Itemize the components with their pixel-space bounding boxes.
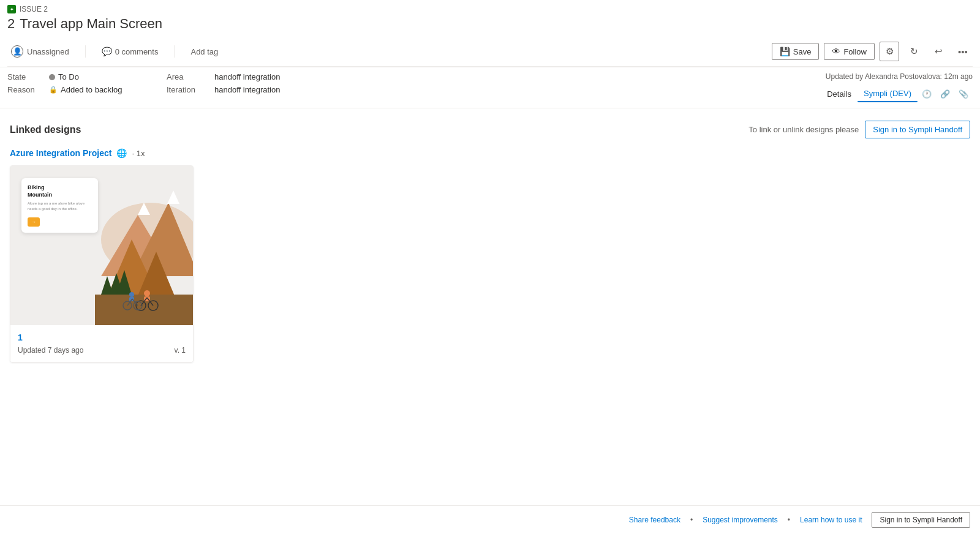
eye-icon: 👁 <box>832 47 840 56</box>
add-tag-button[interactable]: Add tag <box>187 45 222 59</box>
design-number: 1 <box>18 333 186 342</box>
sign-in-prompt: To link or unlink designs please <box>748 125 859 134</box>
issue-number: 2 <box>7 16 15 32</box>
iteration-row: Iteration handoff integration <box>167 85 350 94</box>
design-updated: Updated 7 days ago <box>18 346 83 355</box>
card-background: BikingMountain Aloye tap on a me aloye b… <box>10 166 193 325</box>
linked-designs-title: Linked designs <box>10 124 81 135</box>
tab-sympli-label: Sympli (DEV) <box>864 89 911 98</box>
iteration-value[interactable]: handoff integration <box>214 85 280 94</box>
gear-icon: ⚙ <box>886 46 894 57</box>
assignee-label: Unassigned <box>27 47 69 56</box>
divider <box>85 45 86 58</box>
design-preview: BikingMountain Aloye tap on a me aloye b… <box>10 166 193 325</box>
state-value-group[interactable]: To Do <box>49 72 79 81</box>
add-tag-label: Add tag <box>190 47 218 56</box>
svg-point-16 <box>129 292 134 297</box>
follow-label: Follow <box>843 47 867 56</box>
sign-in-area: To link or unlink designs please Sign in… <box>748 121 970 138</box>
area-label: Area <box>167 72 209 81</box>
tab-details[interactable]: Details <box>821 86 858 102</box>
area-row: Area handoff integration <box>167 72 350 81</box>
design-meta: Updated 7 days ago v. 1 <box>18 346 186 355</box>
reason-value-group[interactable]: 🔒 Added to backlog <box>49 85 122 94</box>
project-title[interactable]: Azure Integration Project <box>10 148 111 158</box>
assignee-button[interactable]: 👤 Unassigned <box>7 43 73 60</box>
reason-label: Reason <box>7 85 44 94</box>
more-icon: ••• <box>958 47 968 57</box>
lock-icon: 🔒 <box>49 86 58 94</box>
design-footer: 1 Updated 7 days ago v. 1 <box>10 325 193 362</box>
globe-icon: 🌐 <box>116 148 127 158</box>
comments-count: 0 comments <box>115 47 159 56</box>
meta-left: 👤 Unassigned 💬 0 comments Add tag <box>7 43 762 60</box>
phone-card: BikingMountain Aloye tap on a me aloye b… <box>21 178 98 233</box>
state-row: State To Do <box>7 72 167 81</box>
comment-icon: 💬 <box>102 47 112 56</box>
attachment-button[interactable]: 📎 <box>954 85 973 103</box>
iteration-label: Iteration <box>167 85 209 94</box>
refresh-icon: ↻ <box>910 46 918 57</box>
attachment-icon: 📎 <box>959 89 968 99</box>
fields-bar: State To Do Reason 🔒 Added to backlog Ar… <box>0 67 980 108</box>
area-value[interactable]: handoff integration <box>214 72 280 81</box>
design-version: v. 1 <box>175 346 186 355</box>
comments-button[interactable]: 💬 0 comments <box>98 44 162 59</box>
linked-designs-header: Linked designs To link or unlink designs… <box>10 121 970 138</box>
arrow-icon: → <box>31 219 36 225</box>
meta-bar: 👤 Unassigned 💬 0 comments Add tag 💾 Save <box>7 37 973 67</box>
reason-row: Reason 🔒 Added to backlog <box>7 85 167 94</box>
tab-sympli[interactable]: Sympli (DEV) <box>858 86 918 102</box>
save-icon: 💾 <box>780 47 790 56</box>
project-header: Azure Integration Project 🌐 · 1x <box>10 148 970 158</box>
undo-button[interactable]: ↩ <box>929 42 948 61</box>
save-button[interactable]: 💾 Save <box>772 43 820 60</box>
refresh-button[interactable]: ↻ <box>904 42 924 61</box>
history-button[interactable]: 🕐 <box>918 85 936 103</box>
tab-bar: Details Sympli (DEV) 🕐 🔗 📎 <box>821 85 973 103</box>
phone-cta-button: → <box>28 217 40 227</box>
meta-right: 💾 Save 👁 Follow ⚙ ↻ ↩ ••• <box>772 42 973 61</box>
phone-title: BikingMountain <box>28 184 92 198</box>
link-icon: 🔗 <box>940 89 950 99</box>
more-button[interactable]: ••• <box>953 42 973 61</box>
sign-in-handoff-button[interactable]: Sign in to Sympli Handoff <box>865 121 970 138</box>
updated-text: Updated by Alexandra Postovalova: 12m ag… <box>826 72 973 81</box>
issue-label-text: ISSUE 2 <box>20 5 48 13</box>
avatar: 👤 <box>11 45 23 58</box>
project-count: · 1x <box>132 149 145 158</box>
state-dot <box>49 74 55 80</box>
content-area: Linked designs To link or unlink designs… <box>0 108 980 375</box>
phone-desc: Aloye tap on a me aloye bike aloye needs… <box>28 201 92 211</box>
tab-details-label: Details <box>827 89 851 99</box>
reason-value: Added to backlog <box>61 85 122 94</box>
issue-icon <box>7 5 16 13</box>
link-button[interactable]: 🔗 <box>936 85 954 103</box>
issue-label: ISSUE 2 <box>7 0 973 15</box>
svg-point-10 <box>144 290 150 296</box>
design-card[interactable]: BikingMountain Aloye tap on a me aloye b… <box>10 165 194 363</box>
state-reason-group: State To Do Reason 🔒 Added to backlog <box>7 72 167 103</box>
issue-title: Travel app Main Screen <box>20 16 162 32</box>
settings-button[interactable]: ⚙ <box>880 42 899 61</box>
divider2 <box>174 45 175 58</box>
title-row: 2 Travel app Main Screen <box>7 15 973 37</box>
area-iteration-group: Area handoff integration Iteration hando… <box>167 72 350 103</box>
follow-button[interactable]: 👁 Follow <box>824 43 875 60</box>
history-icon: 🕐 <box>922 89 932 99</box>
state-value: To Do <box>58 72 79 81</box>
save-label: Save <box>793 47 812 56</box>
undo-icon: ↩ <box>935 46 943 57</box>
fields-right: Updated by Alexandra Postovalova: 12m ag… <box>821 72 973 103</box>
state-label: State <box>7 72 44 81</box>
